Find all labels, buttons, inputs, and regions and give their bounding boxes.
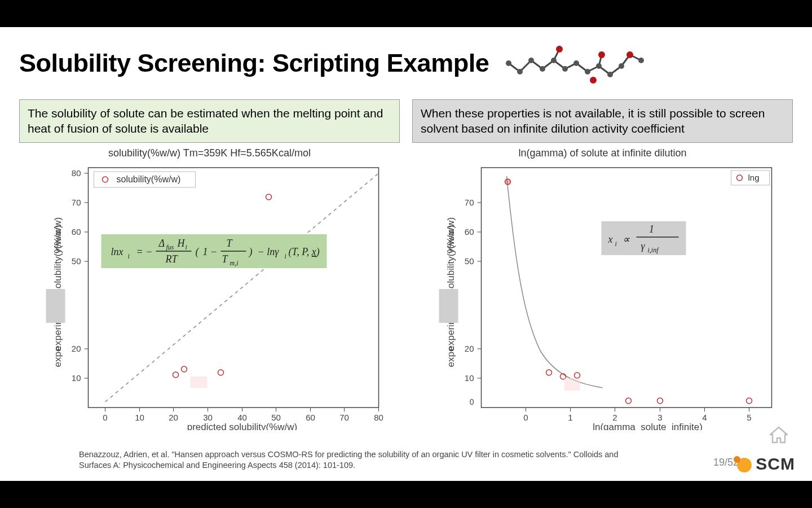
svg-text:1: 1 (649, 224, 654, 235)
svg-text:80: 80 (72, 168, 81, 178)
svg-rect-30 (89, 168, 379, 408)
scm-logo-icon (732, 454, 753, 474)
x-axis: 0 10 20 30 40 50 60 70 80 (103, 408, 383, 422)
svg-text:1 −: 1 − (203, 246, 218, 257)
svg-text:60: 60 (465, 227, 474, 237)
svg-text:10: 10 (72, 373, 81, 383)
title-row: Solubility Screening: Scripting Example (19, 41, 793, 86)
svg-point-63 (182, 366, 187, 372)
citation: Benazzouz, Adrien, et al. "Hansen approa… (79, 449, 643, 471)
svg-text:= −: = − (136, 246, 153, 257)
right-equation: x i ∝ 1 γ i,inf (602, 221, 686, 255)
left-legend: solubility(%w/w) (94, 172, 196, 187)
svg-text:40: 40 (237, 413, 247, 422)
svg-text:): ) (249, 246, 253, 258)
svg-text:0: 0 (470, 397, 474, 406)
left-callout: The solubility of solute can be estimate… (19, 99, 400, 143)
svg-text:x: x (608, 234, 613, 245)
svg-point-62 (173, 372, 179, 378)
right-x-label: ln(gamma_solute_infinite) (593, 422, 703, 430)
svg-text:70: 70 (465, 198, 474, 207)
svg-rect-66 (191, 376, 208, 388)
svg-text:fus: fus (166, 243, 174, 251)
svg-rect-114 (439, 289, 458, 323)
svg-text:expe: expe (445, 346, 456, 367)
svg-text:(: ( (196, 246, 200, 258)
svg-point-123 (657, 398, 663, 404)
svg-text:70: 70 (72, 198, 81, 207)
svg-point-16 (528, 58, 534, 63)
slide-title: Solubility Screening: Scripting Example (19, 49, 489, 78)
svg-text:H: H (177, 238, 186, 249)
svg-text:i: i (128, 252, 130, 260)
svg-point-17 (540, 66, 545, 72)
svg-point-25 (638, 58, 644, 63)
svg-point-28 (598, 51, 605, 58)
slide: Solubility Screening: Scripting Example (0, 27, 812, 481)
svg-text:10: 10 (465, 373, 474, 383)
svg-point-64 (218, 370, 224, 375)
svg-text:i,inf: i,inf (648, 246, 660, 254)
svg-point-29 (626, 51, 633, 58)
scm-logo: SCM (732, 454, 795, 474)
right-data-points (505, 179, 752, 404)
home-icon[interactable] (768, 426, 789, 447)
identity-line (105, 173, 379, 402)
svg-point-119 (546, 370, 552, 375)
svg-text:20: 20 (465, 344, 474, 353)
svg-text:3: 3 (657, 413, 662, 422)
svg-point-23 (607, 72, 613, 77)
left-chart-svg: 10 20 50 60 70 80 0 10 20 30 40 50 (19, 159, 400, 430)
svg-text:10: 10 (135, 413, 144, 422)
svg-text:20: 20 (72, 344, 81, 353)
svg-text:m,i: m,i (230, 259, 239, 267)
svg-text:2: 2 (612, 413, 617, 422)
svg-point-138 (734, 456, 740, 463)
svg-text:solubility(%w/w): solubility(%w/w) (117, 174, 181, 184)
left-y-label-top: y(%w/w) (52, 217, 63, 253)
svg-point-68 (103, 177, 108, 182)
left-chart: solubility(%w/w) Tm=359K Hf=5.565Kcal/mo… (19, 147, 400, 430)
svg-point-65 (266, 194, 272, 200)
svg-text:1: 1 (568, 413, 572, 422)
svg-text:y(%w/w): y(%w/w) (445, 217, 456, 253)
molecule-image (506, 41, 647, 86)
svg-text:Δ: Δ (158, 238, 165, 249)
svg-text:0: 0 (523, 413, 528, 422)
svg-point-127 (737, 175, 743, 181)
svg-point-121 (575, 373, 580, 378)
svg-point-27 (590, 77, 597, 84)
svg-point-20 (573, 60, 579, 66)
svg-text:50: 50 (72, 256, 81, 266)
svg-text:50: 50 (271, 413, 281, 422)
left-y-label-bot: expe (52, 346, 63, 367)
svg-text:80: 80 (374, 413, 383, 422)
svg-point-21 (585, 69, 590, 75)
left-x-label: predicted solubility(%w/w) (187, 422, 298, 430)
svg-text:i: i (615, 240, 617, 248)
svg-point-14 (506, 60, 511, 66)
svg-text:− lnγ: − lnγ (258, 246, 280, 257)
svg-rect-61 (46, 289, 65, 323)
svg-text:lng: lng (748, 173, 760, 182)
svg-rect-90 (482, 168, 772, 408)
svg-point-26 (556, 46, 563, 52)
right-legend: lng (731, 170, 770, 185)
y-axis: 10 20 50 60 70 80 (72, 168, 89, 383)
svg-text:50: 50 (465, 256, 474, 266)
svg-text:i: i (186, 243, 187, 251)
svg-text:RT: RT (165, 253, 179, 265)
svg-text:(T, P, x): (T, P, x) (289, 246, 320, 258)
trend-curve (507, 176, 603, 388)
x-axis: 0 1 2 3 4 5 (523, 408, 751, 422)
svg-text:i: i (285, 252, 286, 260)
svg-point-122 (626, 398, 632, 404)
svg-text:γ: γ (641, 240, 646, 252)
right-callout: When these properties is not available, … (412, 99, 793, 143)
left-data-points (173, 194, 272, 378)
right-column: When these properties is not available, … (412, 99, 793, 430)
left-equation: lnx i = − Δ fus H i RT ( 1 − T T (102, 234, 327, 268)
scm-logo-text: SCM (756, 454, 795, 474)
svg-point-18 (551, 58, 557, 63)
svg-text:70: 70 (339, 413, 349, 422)
